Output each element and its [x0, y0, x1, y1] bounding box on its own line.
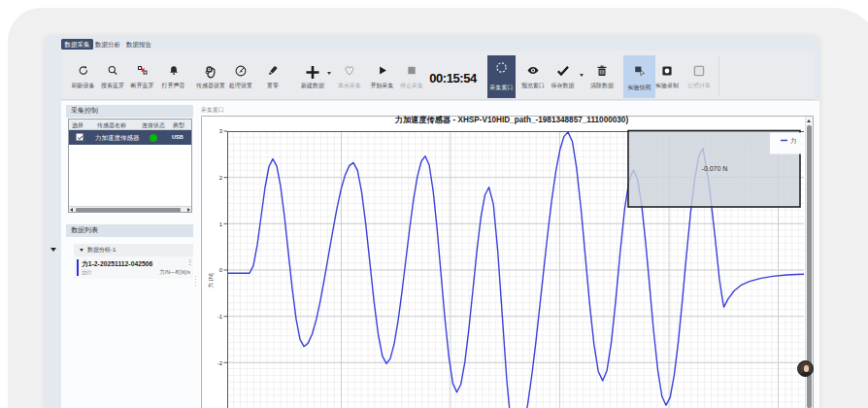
svg-text:0: 0: [219, 267, 223, 273]
svg-text:力: 力: [790, 137, 797, 144]
svg-text:-2: -2: [217, 360, 223, 366]
svg-text:1: 1: [219, 221, 223, 227]
svg-text:力加速度传感器 - XHSP-V10HID_path_-19: 力加速度传感器 - XHSP-V10HID_path_-1981348857_1…: [394, 116, 629, 124]
svg-text:3: 3: [219, 128, 223, 134]
svg-text:-0.070 N: -0.070 N: [702, 165, 728, 172]
svg-text:力 [N]: 力 [N]: [208, 273, 214, 289]
svg-text:2: 2: [219, 175, 223, 181]
svg-text:-1: -1: [217, 314, 223, 320]
